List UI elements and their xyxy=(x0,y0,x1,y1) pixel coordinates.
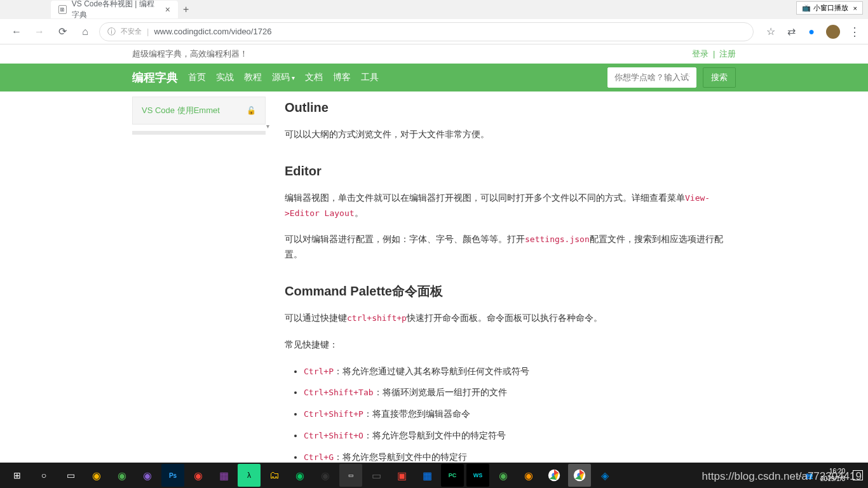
code: ctrl+shift+p xyxy=(347,313,407,323)
start-button[interactable]: ⊞ xyxy=(5,464,29,487)
home-button[interactable]: ⌂ xyxy=(76,23,94,41)
sidebar-item[interactable]: VS Code 使用Emmet 🔓 xyxy=(132,97,266,125)
tagline: 超级编程字典，高效编程利器！ xyxy=(132,48,248,60)
sidebar: VS Code 使用Emmet 🔓 ▾ xyxy=(132,97,266,488)
para: 编辑器视图，单击文件就可以在编辑器打开视图，可以同时打开多个文件以不同的方式。详… xyxy=(285,191,736,221)
taskbar: ⊞ ○ ▭ ◉ ◉ ◉ Ps ◉ ▦ λ 🗂 ◉ ◉ ▭ ▭ ▣ ▦ PC WS… xyxy=(0,463,868,488)
tab-bar: 🗎 VS Code各种视图 | 编程字典 × + xyxy=(0,0,868,19)
toolbar-icons: ☆ ⇄ ● ⋮ xyxy=(765,25,860,39)
app-explorer[interactable]: 🗂 xyxy=(263,464,286,487)
extension-icon[interactable]: ⇄ xyxy=(785,26,797,37)
messenger-icon[interactable]: ● xyxy=(806,26,817,37)
app-pycharm-icon[interactable]: λ xyxy=(238,464,261,487)
sidebar-scrollbar[interactable]: ▾ xyxy=(132,131,266,135)
nav-home[interactable]: 首页 xyxy=(188,72,206,83)
profile-avatar[interactable] xyxy=(826,25,840,39)
para: 可以对编辑器进行配置，例如：字体、字号、颜色等等。打开settings.json… xyxy=(285,232,736,262)
browser-tab[interactable]: 🗎 VS Code各种视图 | 编程字典 × xyxy=(51,1,178,18)
new-tab-button[interactable]: + xyxy=(183,4,189,15)
list-item: Ctrl+Shift+Tab：将循环浏览最后一组打开的文件 xyxy=(304,385,736,400)
reload-button[interactable]: ⟳ xyxy=(53,23,71,41)
app-chrome-canary[interactable]: ◉ xyxy=(492,464,515,487)
app-eclipse[interactable]: ◉ xyxy=(136,464,159,487)
app-cmd[interactable]: ▭ xyxy=(339,464,362,487)
pip-button[interactable]: 📺 小窗口播放 × xyxy=(796,1,863,15)
forward-button[interactable]: → xyxy=(31,23,48,41)
cortana-icon[interactable]: ○ xyxy=(32,464,56,487)
navbar: 编程字典 首页 实战 教程 源码 文档 博客 工具 搜索 xyxy=(0,64,868,92)
tray-clock[interactable]: 16:20 2019/1/3 xyxy=(815,468,850,483)
list-item: Ctrl+Shift+P：将直接带您到编辑器命令 xyxy=(304,407,736,422)
info-icon: ⓘ xyxy=(107,26,116,37)
address-bar: ← → ⟳ ⌂ ⓘ 不安全 | www.codingdict.com/video… xyxy=(0,19,868,44)
app-360[interactable]: ◉ xyxy=(85,464,108,487)
sidebar-item-label[interactable]: VS Code 使用Emmet xyxy=(142,105,220,116)
heading-editor: Editor xyxy=(285,160,736,182)
search-input[interactable] xyxy=(607,67,696,88)
shortcut-list: Ctrl+P：将允许您通过键入其名称导航到任何文件或符号 Ctrl+Shift+… xyxy=(304,364,736,465)
app-webstorm[interactable]: WS xyxy=(466,464,489,487)
scroll-arrow-icon[interactable]: ▾ xyxy=(266,123,269,130)
nav-practice[interactable]: 实战 xyxy=(216,72,234,83)
url-text: www.codingdict.com/video/1726 xyxy=(154,27,271,36)
app-chrome-1[interactable] xyxy=(543,464,566,487)
tv-icon: 📺 xyxy=(802,4,811,12)
app-qq-music[interactable]: ◉ xyxy=(314,464,337,487)
app-vscode[interactable]: ◈ xyxy=(593,464,616,487)
para: 常见快捷键： xyxy=(285,337,736,353)
app-pycharm[interactable]: PC xyxy=(441,464,464,487)
app-360safe[interactable]: ◉ xyxy=(111,464,133,487)
list-item: Ctrl+P：将允许您通过键入其名称导航到任何文件或符号 xyxy=(304,364,736,379)
code: settings.json xyxy=(525,234,590,244)
menu-button[interactable]: ⋮ xyxy=(849,25,860,39)
heading-outline: Outline xyxy=(285,97,736,118)
close-pip-icon[interactable]: × xyxy=(853,4,857,12)
para: 可以通过快捷键ctrl+shift+p快速打开命令面板。命令面板可以执行各种命令… xyxy=(285,311,736,326)
nav-tools[interactable]: 工具 xyxy=(361,72,379,83)
task-view-icon[interactable]: ▭ xyxy=(58,464,83,487)
page-icon: 🗎 xyxy=(58,5,67,14)
tab-title: VS Code各种视图 | 编程字典 xyxy=(72,0,160,20)
app-firefox[interactable]: ◉ xyxy=(517,464,540,487)
tray-people-icon[interactable]: 👥 xyxy=(805,472,813,479)
close-tab-icon[interactable]: × xyxy=(165,4,170,15)
app-360browser[interactable]: ◉ xyxy=(187,464,210,487)
top-strip: 超级编程字典，高效编程利器！ 登录 | 注册 xyxy=(132,44,736,64)
list-item: Ctrl+Shift+O：将允许您导航到文件中的特定符号 xyxy=(304,428,736,444)
unlock-icon: 🔓 xyxy=(247,106,256,115)
heading-command-palette: Command Palette命令面板 xyxy=(285,280,736,302)
para: 可以以大纲的方式浏览文件，对于大文件非常方便。 xyxy=(285,127,736,142)
tray-up-icon[interactable]: ︿ xyxy=(796,471,803,480)
app-unknown[interactable]: ▣ xyxy=(390,464,413,487)
security-label: 不安全 xyxy=(121,27,142,36)
app-chrome-2[interactable] xyxy=(568,464,591,487)
search-button[interactable]: 搜索 xyxy=(703,67,736,88)
app-wechat[interactable]: ◉ xyxy=(288,464,311,487)
nav-docs[interactable]: 文档 xyxy=(305,72,323,83)
login-link[interactable]: 登录 xyxy=(692,49,709,58)
article: Outline 可以以大纲的方式浏览文件，对于大文件非常方便。 Editor 编… xyxy=(285,97,736,488)
logo[interactable]: 编程字典 xyxy=(132,70,178,85)
tray-notification-icon[interactable] xyxy=(853,470,863,480)
page-content: 超级编程字典，高效编程利器！ 登录 | 注册 编程字典 首页 实战 教程 源码 … xyxy=(0,44,868,488)
nav-source[interactable]: 源码 xyxy=(272,72,295,83)
browser-chrome: 🗎 VS Code各种视图 | 编程字典 × + 📺 小窗口播放 × ← → ⟳… xyxy=(0,0,868,44)
nav-tutorial[interactable]: 教程 xyxy=(244,72,262,83)
register-link[interactable]: 注册 xyxy=(719,49,736,58)
app-winrar[interactable]: ▦ xyxy=(212,464,235,487)
url-field[interactable]: ⓘ 不安全 | www.codingdict.com/video/1726 xyxy=(99,22,754,41)
app-jetbrains[interactable]: ▦ xyxy=(416,464,438,487)
back-button[interactable]: ← xyxy=(8,23,25,41)
app-photoshop[interactable]: Ps xyxy=(161,464,184,487)
auth-links: 登录 | 注册 xyxy=(692,48,736,60)
star-icon[interactable]: ☆ xyxy=(765,26,776,37)
nav-blog[interactable]: 博客 xyxy=(333,72,351,83)
app-xshell[interactable]: ▭ xyxy=(365,464,388,487)
